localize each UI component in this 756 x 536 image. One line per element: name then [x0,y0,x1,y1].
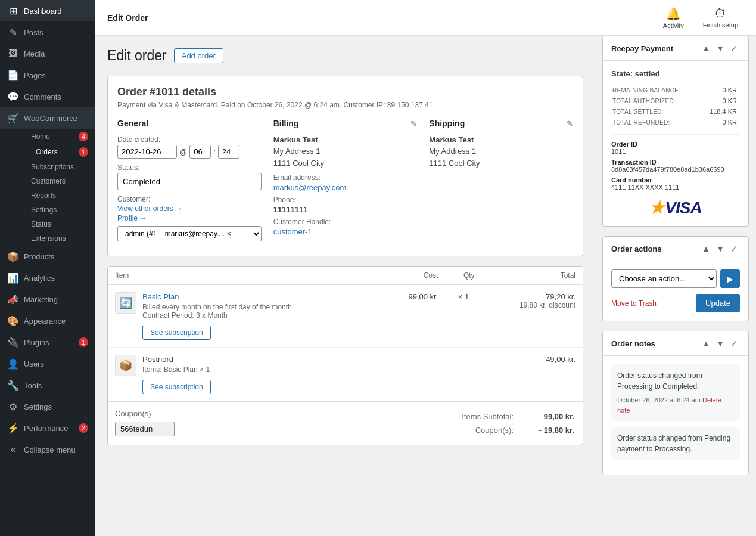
add-order-button[interactable]: Add order [174,48,223,63]
appearance-icon: 🎨 [7,315,19,327]
visa-logo: ★VISA [611,198,740,218]
sidebar-item-settings2[interactable]: ⚙ Settings [0,396,95,417]
order-notes-up-btn[interactable]: ▲ [699,337,713,349]
customer-select[interactable]: admin (#1 – markus@reepay.... × [117,226,262,241]
see-subscription-button-2[interactable]: See subscription [142,380,211,394]
activity-icon: 🔔 [666,7,681,21]
customer-links: View other orders → Profile → [117,205,262,222]
sidebar-item-tools[interactable]: 🔧 Tools [0,374,95,396]
sidebar-item-plugins[interactable]: 🔌 Plugins 1 [0,331,95,353]
status-field: Status: Completed [117,163,262,190]
action-go-button[interactable]: ▶ [720,269,740,288]
time-minute-input[interactable] [218,145,239,159]
sidebar-item-woocommerce[interactable]: 🛒 WooCommerce [0,107,95,129]
topbar-actions: 🔔 Activity ⏱ Finish setup [657,3,744,33]
item-contract: Contract Period: 3 x Month [142,311,292,320]
billing-handle[interactable]: customer-1 [273,227,312,236]
order-notes-body: Order status changed from Processing to … [603,356,748,475]
sidebar-item-marketing[interactable]: 📣 Marketing [0,289,95,310]
billing-city: 1111 Cool City [273,157,418,169]
sidebar-item-performance[interactable]: ⚡ Performance 2 [0,417,95,439]
card-number-row: Card number 4111 11XX XXXX 1111 [611,176,740,191]
sidebar-item-pages[interactable]: 📄 Pages [0,64,95,86]
transaction-id-value: 8d8a63f457da479f780e8ad1b36a6590 [611,166,740,173]
visa-star: ★ [649,199,664,217]
order-grid: General Date created: @ : [117,119,573,246]
sidebar-label-home: Home [31,132,74,141]
sidebar-label-orders: Orders [36,148,74,156]
order-notes-expand-btn[interactable]: ⤢ [728,337,740,349]
order-actions-expand-btn[interactable]: ⤢ [728,243,740,255]
sidebar-item-dashboard[interactable]: ⊞ Dashboard [0,0,95,21]
page-title: Edit order [107,48,167,64]
sidebar-item-reports[interactable]: Reports [24,188,95,203]
order-actions-down-btn[interactable]: ▼ [714,243,727,255]
sidebar-item-orders[interactable]: Orders 1 [24,144,95,160]
reepay-body: State: settled REMAINING BALANCE: 0 KR. … [603,61,748,226]
card-number-label: Card number [611,176,740,184]
sidebar-label-media: Media [24,49,88,58]
sidebar-item-comments[interactable]: 💬 Comments [0,86,95,107]
plugins-badge: 1 [79,337,88,347]
subtotal-label: Items Subtotal: [462,410,525,423]
total-authorized: 0 KR. [701,96,739,106]
note-item-1: Order status changed from Processing to … [611,364,740,421]
general-label: General [117,119,262,128]
billing-edit-icon[interactable]: ✎ [410,119,417,128]
date-input[interactable] [117,145,177,159]
sidebar-item-extensions[interactable]: Extensions [24,231,95,246]
move-to-trash-link[interactable]: Move to Trash [611,299,657,308]
colon-symbol: : [213,147,216,156]
woocommerce-icon: 🛒 [7,112,19,124]
sidebar-item-status[interactable]: Status [24,217,95,231]
dashboard-icon: ⊞ [7,5,19,17]
pages-icon: 📄 [7,69,19,81]
order-notes-down-btn[interactable]: ▼ [714,337,727,349]
total-refunded: 0 KR. [701,117,739,127]
card-number-value: 4111 11XX XXXX 1111 [611,184,740,191]
order-notes-controls: ▲ ▼ ⤢ [699,337,740,349]
customer-label: Customer: [117,195,262,203]
sidebar-label-comments: Comments [24,92,88,101]
sidebar-item-home[interactable]: Home 4 [24,129,95,144]
update-button[interactable]: Update [696,294,740,312]
actions-footer: Move to Trash Update [611,288,740,312]
totals-table: Items Subtotal: 99,00 kr. Coupon(s): - 1… [461,409,575,438]
reepay-down-btn[interactable]: ▼ [714,42,727,54]
sidebar-item-posts[interactable]: ✎ Posts [0,21,95,43]
finish-setup-button[interactable]: ⏱ Finish setup [697,3,744,32]
sidebar-item-appearance[interactable]: 🎨 Appearance [0,310,95,331]
order-actions-up-btn[interactable]: ▲ [699,243,713,255]
status-label: Status: [117,163,262,172]
sidebar-item-media[interactable]: 🖼 Media [0,43,95,64]
coupon-input[interactable] [115,422,175,436]
shipping-item-items: Items: Basic Plan × 1 [142,365,211,374]
coupon-label: Coupon(s) [115,409,175,418]
reepay-expand-btn[interactable]: ⤢ [728,42,740,54]
status-select[interactable]: Completed [117,173,262,190]
sidebar-item-analytics[interactable]: 📊 Analytics [0,267,95,289]
sidebar-item-settings[interactable]: Settings [24,203,95,217]
profile-link[interactable]: Profile → [117,214,262,222]
sidebar-label-performance: Performance [24,424,74,433]
note-meta-1: October 26, 2022 at 6:24 am Delete note [617,395,734,415]
view-orders-link[interactable]: View other orders → [117,205,262,213]
billing-section: Billing ✎ Markus Test My Address 1 1111 … [273,119,418,246]
topbar: Edit Order 🔔 Activity ⏱ Finish setup [95,0,756,36]
main-area: Edit Order 🔔 Activity ⏱ Finish setup Edi… [95,0,756,536]
activity-button[interactable]: 🔔 Activity [657,3,690,33]
shipping-edit-icon[interactable]: ✎ [567,119,573,128]
time-hour-input[interactable] [189,145,211,159]
total-authorized-label: TOTAL AUTHORIZED: [612,96,700,106]
action-select[interactable]: Choose an action... [611,269,717,288]
reepay-up-btn[interactable]: ▲ [699,42,713,54]
sidebar-item-products[interactable]: 📦 Products [0,246,95,267]
billing-email[interactable]: markus@reepay.com [273,183,347,192]
sidebar-item-subscriptions[interactable]: Subscriptions [24,160,95,174]
see-subscription-button-1[interactable]: See subscription [142,326,211,340]
comments-icon: 💬 [7,91,19,103]
sidebar-item-customers[interactable]: Customers [24,174,95,188]
sidebar-item-users[interactable]: 👤 Users [0,353,95,374]
sidebar-item-collapse[interactable]: « Collapse menu [0,439,95,460]
item-name-link[interactable]: Basic Plan [142,292,179,301]
